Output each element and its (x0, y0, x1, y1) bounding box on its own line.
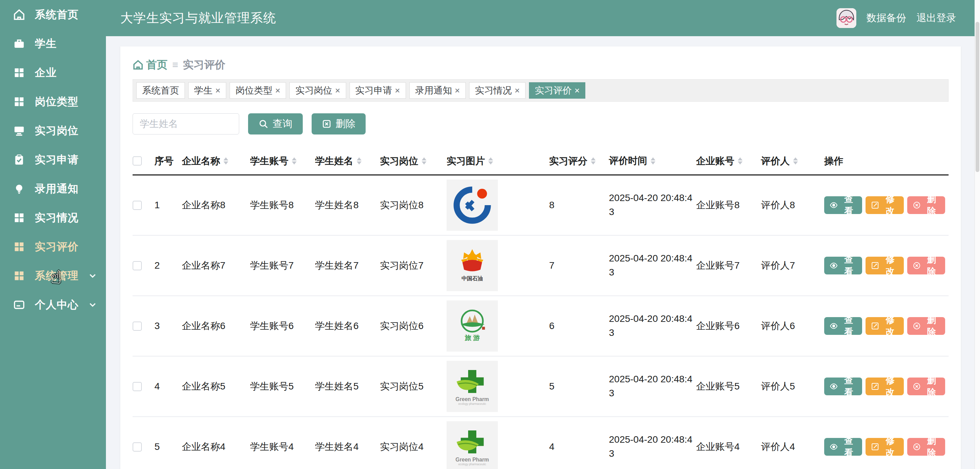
data-backup-link[interactable]: 数据备份 (867, 11, 906, 25)
close-icon[interactable]: × (395, 86, 400, 96)
clipboard-check-icon (12, 153, 26, 166)
sidebar-item-label: 实习申请 (35, 152, 79, 167)
edit-icon (871, 442, 879, 451)
grid-icon (12, 240, 26, 254)
tab-internship-status[interactable]: 实习情况× (469, 82, 525, 99)
sidebar-item-label: 系统首页 (35, 8, 79, 22)
sidebar-item-home[interactable]: 系统首页 (0, 0, 106, 29)
close-icon[interactable]: × (515, 86, 520, 96)
tab-internship-applications[interactable]: 实习申请× (350, 82, 406, 99)
close-icon[interactable]: × (455, 86, 460, 96)
sort-icon[interactable] (793, 157, 798, 165)
tab-internship-positions[interactable]: 实习岗位× (290, 82, 346, 99)
chevron-down-icon (88, 271, 98, 281)
view-button[interactable]: 查看 (824, 317, 862, 335)
sidebar-item-label: 岗位类型 (35, 95, 79, 109)
sort-icon[interactable] (223, 157, 228, 165)
sidebar-item-position-types[interactable]: 岗位类型 (0, 87, 106, 116)
sort-icon[interactable] (292, 157, 297, 165)
delete-row-button[interactable]: 删除 (907, 257, 945, 274)
sidebar-item-internship-positions[interactable]: 实习岗位 (0, 116, 106, 145)
home-icon (12, 8, 26, 22)
chevron-down-icon (88, 300, 98, 310)
lightbulb-icon (12, 182, 26, 196)
sort-icon[interactable] (651, 157, 655, 165)
edit-button[interactable]: 修改 (865, 377, 904, 395)
sidebar-item-system-management[interactable]: 系统管理 (0, 261, 106, 290)
col-image: 实习图片 (447, 155, 549, 168)
breadcrumb-current: 实习评价 (183, 58, 226, 72)
petrochina-logo: 中国石油 (447, 240, 498, 291)
student-name-search-input[interactable] (132, 113, 239, 135)
sort-icon[interactable] (357, 157, 361, 165)
edit-icon (871, 201, 879, 209)
sort-icon[interactable] (591, 157, 596, 165)
sidebar-item-internship-evaluation[interactable]: 实习评价 (0, 232, 106, 261)
user-avatar[interactable] (837, 8, 856, 28)
col-index: 序号 (154, 155, 182, 168)
table-row: 2 企业名称7 学生账号7 学生姓名7 实习岗位7 (132, 236, 948, 296)
close-icon[interactable]: × (215, 86, 220, 96)
vertical-scrollbar[interactable] (975, 0, 980, 469)
sidebar-item-label: 学生 (35, 36, 57, 51)
grid-icon (12, 66, 26, 79)
tab-offer-notices[interactable]: 录用通知× (409, 82, 466, 99)
delete-row-button[interactable]: 删除 (907, 438, 945, 456)
row-checkbox[interactable] (132, 322, 142, 331)
row-checkbox[interactable] (132, 261, 142, 270)
edit-button[interactable]: 修改 (865, 257, 904, 274)
sort-icon[interactable] (738, 157, 743, 165)
scrollbar-thumb[interactable] (975, 22, 979, 172)
sidebar-item-internship-applications[interactable]: 实习申请 (0, 145, 106, 174)
sort-icon[interactable] (422, 157, 426, 165)
tab-system-home[interactable]: 系统首页 (136, 82, 185, 99)
view-button[interactable]: 查看 (824, 438, 862, 456)
edit-button[interactable]: 修改 (865, 317, 904, 335)
sort-icon[interactable] (488, 157, 493, 165)
delete-button[interactable]: 删除 (312, 113, 366, 135)
sidebar-item-personal-center[interactable]: 个人中心 (0, 290, 106, 319)
delete-row-button[interactable]: 删除 (907, 196, 945, 214)
tab-internship-evaluation[interactable]: 实习评价× (529, 82, 585, 99)
breadcrumb-home[interactable]: 首页 (132, 58, 167, 72)
tab-students[interactable]: 学生× (188, 82, 226, 99)
col-time: 评价时间 (609, 154, 696, 168)
edit-icon (871, 382, 879, 391)
edit-button[interactable]: 修改 (865, 196, 904, 214)
query-button[interactable]: 查询 (248, 113, 303, 135)
row-checkbox[interactable] (132, 201, 142, 210)
svg-text:中国石油: 中国石油 (461, 276, 483, 281)
sidebar-item-internship-status[interactable]: 实习情况 (0, 203, 106, 232)
close-icon[interactable]: × (335, 86, 340, 96)
sidebar-item-label: 系统管理 (35, 269, 79, 283)
col-score: 实习评分 (549, 155, 609, 168)
content-card: 首页 ≡ 实习评价 系统首页 学生× 岗位类型× 实习岗位× (120, 46, 961, 469)
delete-row-button[interactable]: 删除 (907, 317, 945, 335)
sidebar-item-students[interactable]: 学生 (0, 29, 106, 58)
logout-link[interactable]: 退出登录 (916, 11, 956, 25)
col-position: 实习岗位 (380, 155, 447, 168)
eye-icon (830, 382, 838, 391)
table-row: 3 企业名称6 学生账号6 学生姓名6 实习岗位6 旅 游 (132, 296, 948, 357)
main-area: 首页 ≡ 实习评价 系统首页 学生× 岗位类型× 实习岗位× (106, 36, 975, 469)
view-button[interactable]: 查看 (824, 377, 862, 395)
close-icon[interactable]: × (275, 86, 280, 96)
greenpharm-logo: Green Pharm ecology pharmaceutic (447, 421, 498, 469)
row-checkbox[interactable] (132, 442, 142, 452)
edit-icon (871, 322, 879, 330)
select-all-checkbox[interactable] (132, 156, 142, 166)
eye-icon (830, 442, 838, 451)
delete-row-button[interactable]: 删除 (907, 377, 945, 395)
close-icon[interactable]: × (574, 86, 579, 96)
edit-button[interactable]: 修改 (865, 438, 904, 456)
sidebar-item-enterprises[interactable]: 企业 (0, 58, 106, 87)
sidebar-item-offer-notices[interactable]: 录用通知 (0, 174, 106, 203)
row-checkbox[interactable] (132, 382, 142, 391)
sidebar-item-label: 实习情况 (35, 211, 79, 225)
view-button[interactable]: 查看 (824, 196, 862, 214)
app-title: 大学生实习与就业管理系统 (120, 10, 276, 27)
view-button[interactable]: 查看 (824, 257, 862, 274)
search-icon (258, 119, 269, 129)
tab-position-types[interactable]: 岗位类型× (230, 82, 286, 99)
sidebar-item-label: 个人中心 (35, 298, 79, 312)
